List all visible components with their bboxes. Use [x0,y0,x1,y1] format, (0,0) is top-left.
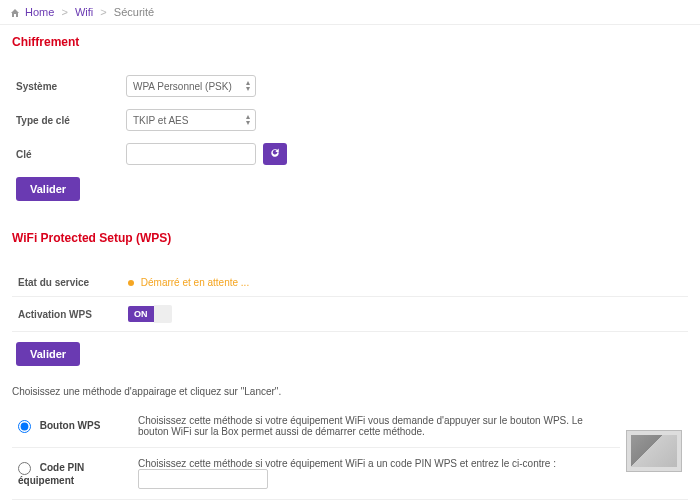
breadcrumb-wifi[interactable]: Wifi [75,6,93,18]
radio-pin-equipement[interactable] [18,462,31,475]
device-image [626,430,682,472]
label-type-cle: Type de clé [16,115,126,126]
input-pin-equipement[interactable] [138,469,268,489]
valider-wps-button[interactable]: Valider [16,342,80,366]
wps-instruction: Choisissez une méthode d'appairage et cl… [12,386,688,397]
desc-bouton-wps: Choisissez cette méthode si votre équipe… [132,405,620,448]
chevron-right-icon: > [61,6,67,18]
label-etat-service: Etat du service [12,269,122,297]
refresh-icon [269,147,281,162]
home-icon [10,8,20,18]
label-activation-wps: Activation WPS [12,297,122,332]
refresh-key-button[interactable] [263,143,287,165]
toggle-handle [154,305,172,323]
valider-chiffrement-button[interactable]: Valider [16,177,80,201]
status-dot-icon [128,280,134,286]
label-cle: Clé [16,149,126,160]
toggle-on-label: ON [128,306,154,322]
section-title-chiffrement: Chiffrement [12,35,688,49]
status-text: Démarré et en attente ... [141,277,249,288]
label-systeme: Système [16,81,126,92]
desc-pin-equipement: Choisissez cette méthode si votre équipe… [138,458,556,469]
breadcrumb-home[interactable]: Home [25,6,54,18]
toggle-activation-wps[interactable]: ON [128,305,172,323]
input-cle[interactable] [126,143,256,165]
chevron-right-icon: > [100,6,106,18]
label-bouton-wps: Bouton WPS [40,420,101,431]
breadcrumb-current: Sécurité [114,6,154,18]
select-systeme[interactable]: WPA Personnel (PSK) [126,75,256,97]
radio-bouton-wps[interactable] [18,420,31,433]
select-type-cle[interactable]: TKIP et AES [126,109,256,131]
section-title-wps: WiFi Protected Setup (WPS) [12,231,688,245]
section-chiffrement: Chiffrement Système WPA Personnel (PSK) … [0,25,700,221]
section-wps: WiFi Protected Setup (WPS) Etat du servi… [0,221,700,501]
breadcrumb: Home > Wifi > Sécurité [0,0,700,25]
